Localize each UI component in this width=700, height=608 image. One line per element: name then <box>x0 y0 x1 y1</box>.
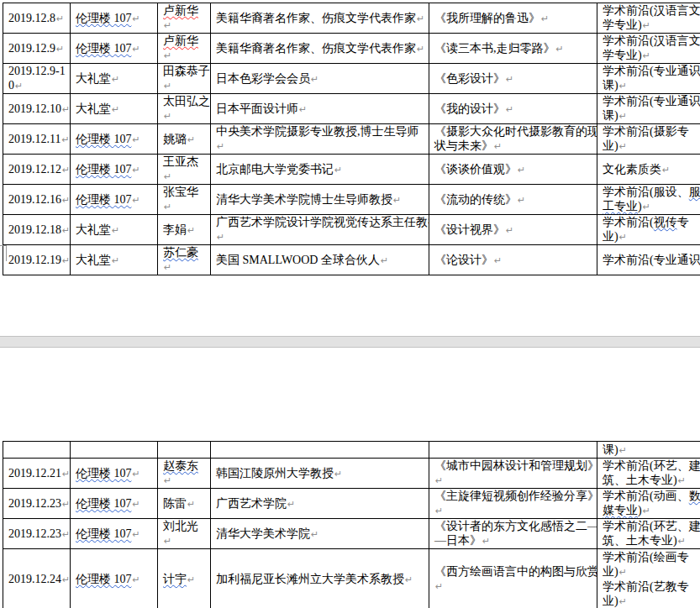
cell-lecture-title[interactable]: 《设计者的东方文化感悟之二— —日本》↵ <box>429 519 597 549</box>
cell-category[interactable]: 文化素质类↵ <box>597 155 700 185</box>
cell-speaker-title[interactable]: 美籍华裔著名作家、伤痕文学代表作家↵ <box>211 34 429 64</box>
lecture-title-text: 《谈谈价值观》 <box>434 163 517 176</box>
cell-location[interactable]: 伦理楼 107↵ <box>71 34 158 64</box>
cell-date[interactable]: 2019.12.24↵ <box>3 549 71 608</box>
cell-speaker[interactable]: 田森恭子↵ <box>158 64 211 94</box>
table-row: 2019.12.21↵ 伦理楼 107↵ 赵泰东↵ 韩国江陵原州大学教授↵ 《城… <box>3 459 700 489</box>
cell-speaker-title[interactable]: 广西艺术学院↵ <box>211 489 429 519</box>
cell-speaker-title[interactable]: 广西艺术学院设计学院视觉传达系主任教授↵ <box>211 215 429 245</box>
cell-date[interactable]: 2019.12.18↵ <box>3 215 71 245</box>
cell-location[interactable]: 大礼堂↵ <box>71 64 158 94</box>
pilcrow-mark: ↵ <box>299 104 307 115</box>
cell-date[interactable]: 2019.12.23↵ <box>3 489 71 519</box>
cell-location[interactable]: 伦理楼 107↵ <box>71 155 158 185</box>
cell-category[interactable]: 课)↵ <box>597 442 700 459</box>
cell-category[interactable]: 学术前沿(摄影专 业)↵ <box>597 124 700 155</box>
cell-speaker-title[interactable]: 韩国江陵原州大学教授↵ <box>211 459 429 489</box>
speaker-text: 李娟 <box>163 223 187 236</box>
cell-speaker-title[interactable]: 中央美术学院摄影专业教授,博士生导师↵ <box>211 124 429 155</box>
cell-category[interactable]: 学术前沿(专业通识 课)↵ <box>597 94 700 124</box>
cell-location[interactable]: 伦理楼 107↵ <box>71 459 158 489</box>
cell-speaker-title[interactable]: 清华大学美术学院↵ <box>211 519 429 549</box>
pilcrow-mark: ↵ <box>133 195 140 206</box>
cell-date[interactable]: 2019.12.21↵ <box>3 459 71 489</box>
cell-category[interactable]: 学术前沿(服设、服 工专业)↵ <box>597 185 700 215</box>
cell-speaker[interactable]: 苏仁豪↵ <box>158 245 211 275</box>
cell-category[interactable]: 学术前沿(汉语言文 学专业)↵ <box>597 3 700 34</box>
cell-lecture-title[interactable]: 《谈谈价值观》↵ <box>429 155 597 185</box>
cell-location[interactable]: 大礼堂↵ <box>71 94 158 124</box>
cell-speaker[interactable]: 太田弘之↵ <box>158 94 211 124</box>
cell-date[interactable]: 2019.12.9-1 0↵ <box>3 64 71 94</box>
cell-speaker[interactable]: 姚璐↵ <box>158 124 211 155</box>
cell-speaker[interactable]: 赵泰东↵ <box>158 459 211 489</box>
cell-lecture-title[interactable]: 《读三本书,走归零路》↵ <box>429 34 597 64</box>
cell-date[interactable]: 2019.12.10↵ <box>3 94 71 124</box>
cell-location[interactable]: 伦理楼 107↵ <box>71 549 158 608</box>
cell-category[interactable]: 学术前沿(环艺、建 筑、土木专业)↵ <box>597 519 700 549</box>
cell-lecture-title[interactable]: 《西方绘画语言中的构图与欣赏》↵ <box>429 549 597 608</box>
cell-speaker[interactable]: 刘北光↵ <box>158 519 211 549</box>
pilcrow-mark: ↵ <box>417 44 424 55</box>
cell-location[interactable]: 伦理楼 107↵ <box>71 519 158 549</box>
cell-lecture-title[interactable]: 《主旋律短视频创作经验分享》↵ <box>429 489 597 519</box>
cell-speaker[interactable]: 张宝华↵ <box>158 185 211 215</box>
cell-date[interactable]: 2019.12.19↵ <box>3 245 71 275</box>
cell-lecture-title[interactable]: 《流动的传统》↵ <box>429 185 597 215</box>
pilcrow-mark: ↵ <box>62 104 70 115</box>
cell-speaker[interactable]: 陈雷↵ <box>158 489 211 519</box>
cell-speaker[interactable] <box>158 442 211 459</box>
cell-location[interactable]: 伦理楼 107↵ <box>71 124 158 155</box>
cell-location[interactable]: 伦理楼 107↵ <box>71 489 158 519</box>
cell-speaker-title[interactable] <box>211 442 429 459</box>
cell-speaker-title[interactable]: 美籍华裔著名作家、伤痕文学代表作家↵ <box>211 3 429 34</box>
lecture-title-text: 《设计者的东方文化感悟之二— —日本》 <box>434 520 597 547</box>
cell-speaker-title[interactable]: 北京邮电大学党委书记↵ <box>211 155 429 185</box>
cell-location[interactable] <box>71 442 158 459</box>
cell-speaker-title[interactable]: 清华大学美术学院博士生导师教授↵ <box>211 185 429 215</box>
cell-lecture-title[interactable] <box>429 442 597 459</box>
cell-speaker[interactable]: 卢新华↵ <box>158 3 211 34</box>
cell-category[interactable]: 学术前沿(环艺、建 筑、土木专业)↵ <box>597 459 700 489</box>
cell-category[interactable]: 学术前沿(视传专 业)↵ <box>597 215 700 245</box>
cell-speaker[interactable]: 计宇↵ <box>158 549 211 608</box>
cell-speaker-title[interactable]: 美国 SMALLWOOD 全球合伙人↵ <box>211 245 429 275</box>
cell-date[interactable] <box>3 442 71 459</box>
cell-lecture-title[interactable]: 《我的设计》↵ <box>429 94 597 124</box>
document-page-1: 2019.12.8↵ 伦理楼 107↵ 卢新华↵ 美籍华裔著名作家、伤痕文学代表… <box>0 0 700 336</box>
cell-date[interactable]: 2019.12.16↵ <box>3 185 71 215</box>
cell-date[interactable]: 2019.12.12↵ <box>3 155 71 185</box>
cell-date[interactable]: 2019.12.9↵ <box>3 34 71 64</box>
cell-speaker-title[interactable]: 日本色彩学会会员↵ <box>211 64 429 94</box>
pilcrow-mark: ↵ <box>678 475 686 486</box>
cell-category[interactable]: 学术前沿(专业通识 <box>597 245 700 275</box>
cell-lecture-title[interactable]: 《城市中园林设计和管理规划》↵ <box>429 459 597 489</box>
cell-lecture-title[interactable]: 《设计视界》↵ <box>429 215 597 245</box>
pilcrow-mark: ↵ <box>187 225 195 236</box>
cell-lecture-title[interactable]: 《我所理解的鲁迅》↵ <box>429 3 597 34</box>
cell-location[interactable]: 大礼堂↵ <box>71 215 158 245</box>
cell-category[interactable]: 学术前沿(绘画专 业)↵ 学术前沿(艺教专 业)↵ <box>597 549 700 608</box>
cell-date[interactable]: 2019.12.11↵ <box>3 124 71 155</box>
cell-date[interactable]: 2019.12.23↵ <box>3 519 71 549</box>
cell-location[interactable]: 大礼堂↵ <box>71 245 158 275</box>
cell-speaker[interactable]: 王亚杰↵ <box>158 155 211 185</box>
cell-speaker-title[interactable]: 加利福尼亚长滩州立大学美术系教授↵ <box>211 549 429 608</box>
cell-category[interactable]: 学术前沿(动画、数 媒专业)↵ <box>597 489 700 519</box>
cell-location[interactable]: 伦理楼 107↵ <box>71 185 158 215</box>
lecture-title-text: 《我所理解的鲁迅》 <box>434 12 540 24</box>
pilcrow-mark: ↵ <box>643 20 650 31</box>
pilcrow-mark: ↵ <box>518 195 525 206</box>
cell-date[interactable]: 2019.12.8↵ <box>3 3 71 34</box>
cell-speaker[interactable]: 卢新华↵ <box>158 34 211 64</box>
cell-speaker-title[interactable]: 日本平面设计师↵ <box>211 94 429 124</box>
cell-lecture-title[interactable]: 《色彩设计》↵ <box>429 64 597 94</box>
cell-location[interactable]: 伦理楼 107↵ <box>71 3 158 34</box>
cell-category[interactable]: 学术前沿(专业通识 课)↵ <box>597 64 700 94</box>
location-text: 伦理楼 107 <box>76 163 132 176</box>
cell-lecture-title[interactable]: 《论设计》↵ <box>429 245 597 275</box>
pilcrow-mark: ↵ <box>164 81 171 92</box>
cell-category[interactable]: 学术前沿(汉语言文 学专业)↵ <box>597 34 700 64</box>
cell-speaker[interactable]: 李娟↵ <box>158 215 211 245</box>
cell-lecture-title[interactable]: 《摄影大众化时代摄影教育的现 状与未来》↵ <box>429 124 597 155</box>
